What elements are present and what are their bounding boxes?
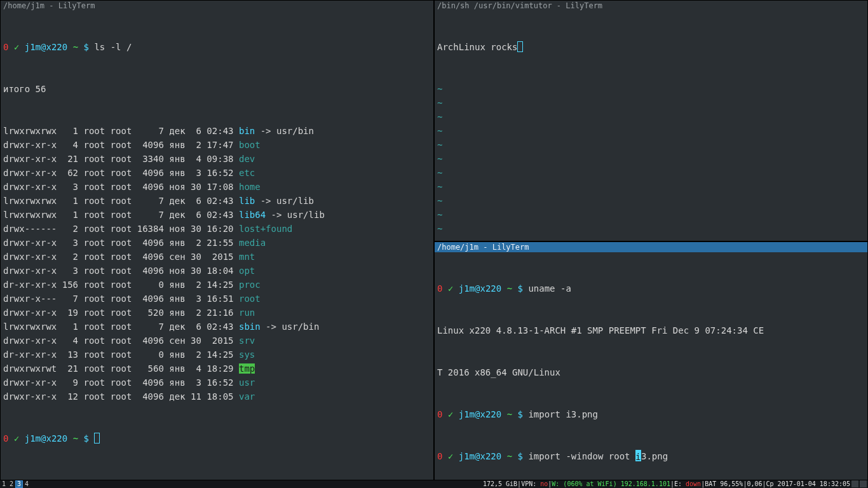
ls-row: drwxr-xr-x 3 root root 4096 ноя 30 17:08…: [3, 180, 431, 194]
terminal-top-right-body[interactable]: ArchLinux rocks ~~~~~~~~~~~~~~~: [435, 11, 867, 241]
titlebar-bottom-right: /home/j1m - LilyTerm: [435, 242, 867, 252]
vim-tilde-line: ~: [437, 180, 865, 194]
user-host: j1m@x220: [459, 409, 501, 419]
vim-tilde-line: ~: [437, 236, 865, 241]
ls-row: drwxr-xr-x 3 root root 4096 ноя 30 18:04…: [3, 264, 431, 278]
file-name: opt: [239, 266, 255, 276]
status-battery: BAT 96,55%: [705, 480, 743, 488]
check-icon: ✓: [14, 433, 19, 444]
file-name: root: [239, 294, 261, 304]
ls-row: drwxr-xr-x 62 root root 4096 янв 3 16:52…: [3, 166, 431, 180]
file-name: var: [239, 391, 255, 402]
vim-tilde-line: ~: [437, 166, 865, 180]
vim-tilde-line: ~: [437, 194, 865, 208]
cursor-icon: [517, 41, 523, 52]
command-text: import i3.png: [528, 409, 598, 419]
check-icon: ✓: [14, 42, 19, 52]
command-text: import -window root: [528, 451, 635, 461]
vim-text: ArchLinux rocks: [437, 42, 517, 52]
vim-tilde-line: ~: [437, 110, 865, 124]
file-name: run: [239, 308, 255, 318]
ls-row: lrwxrwxrwx 1 root root 7 дек 6 02:43 sbi…: [3, 320, 431, 334]
file-name: lib64: [239, 210, 266, 220]
terminal-top-right[interactable]: /bin/sh /usr/bin/vimtutor - LilyTerm Arc…: [434, 0, 868, 241]
ls-row: lrwxrwxrwx 1 root root 7 дек 6 02:43 bin…: [3, 124, 431, 138]
workspace-button-2[interactable]: 2: [8, 480, 15, 488]
uname-output-1: Linux x220 4.8.13-1-ARCH #1 SMP PREEMPT …: [437, 323, 865, 337]
file-name: mnt: [239, 252, 255, 262]
prompt-line-br1: 0 ✓ j1m@x220 ~ $ uname -a: [437, 281, 865, 295]
user-host: j1m@x220: [459, 451, 501, 461]
exit-code: 0: [3, 42, 8, 52]
symlink-target: -> usr/bin: [255, 126, 314, 136]
terminal-bottom-right-body[interactable]: 0 ✓ j1m@x220 ~ $ uname -a Linux x220 4.8…: [435, 252, 867, 480]
workspace-button-4[interactable]: 4: [23, 480, 31, 488]
command-text: ls -l /: [94, 42, 132, 52]
exit-code: 0: [437, 283, 442, 294]
i3-screen: /home/j1m - LilyTerm 0 ✓ j1m@x220 ~ $ ls…: [0, 0, 868, 480]
symlink-target: -> usr/bin: [261, 322, 320, 332]
file-name: tmp: [239, 363, 255, 374]
prompt-line-2: 0 ✓ j1m@x220 ~ $: [3, 431, 431, 445]
status-vpn-value: no: [540, 480, 548, 488]
tray-icon[interactable]: [860, 480, 867, 487]
prompt-symbol: $: [84, 433, 89, 444]
terminal-bottom-right[interactable]: /home/j1m - LilyTerm 0 ✓ j1m@x220 ~ $ un…: [434, 241, 868, 480]
ls-row: drwxr-xr-x 4 root root 4096 сен 30 2015 …: [3, 334, 431, 348]
user-host: j1m@x220: [25, 42, 67, 52]
cwd: ~: [507, 451, 512, 461]
cwd: ~: [73, 42, 78, 52]
status-eth-value: down: [686, 480, 701, 488]
status-load: 0,06: [747, 480, 762, 488]
prompt-symbol: $: [84, 42, 89, 52]
terminal-left[interactable]: /home/j1m - LilyTerm 0 ✓ j1m@x220 ~ $ ls…: [0, 0, 434, 480]
status-eth-label: E:: [674, 480, 686, 488]
file-name: media: [239, 238, 266, 248]
vim-tilde-line: ~: [437, 124, 865, 138]
cwd: ~: [73, 433, 78, 444]
file-name: lost+found: [239, 224, 292, 234]
ls-row: drwxr-xr-x 9 root root 4096 янв 3 16:52 …: [3, 376, 431, 390]
exit-code: 0: [437, 409, 442, 419]
vim-tilde-line: ~: [437, 208, 865, 222]
workspace-button-1[interactable]: 1: [0, 480, 8, 488]
user-host: j1m@x220: [459, 283, 501, 294]
prompt-symbol: $: [518, 451, 523, 461]
prompt-line-br2: 0 ✓ j1m@x220 ~ $ import i3.png: [437, 407, 865, 421]
vim-tilde-line: ~: [437, 222, 865, 236]
ls-row: lrwxrwxrwx 1 root root 7 дек 6 02:43 lib…: [3, 194, 431, 208]
ls-row: drwx------ 2 root root 16384 ноя 30 16:2…: [3, 222, 431, 236]
status-wifi: W: (060% at WiFi) 192.168.1.101: [552, 480, 670, 488]
cursor-icon: i: [635, 450, 641, 461]
status-datetime: Ср 2017-01-04 18:32:05: [766, 480, 850, 488]
file-name: sys: [239, 349, 255, 360]
status-vpn-label: VPN:: [521, 480, 540, 488]
file-name: sbin: [239, 322, 261, 332]
file-name: usr: [239, 377, 255, 388]
vim-tilde-line: ~: [437, 96, 865, 110]
i3-status-bar: 1234 172,5 GiB|VPN: no|W: (060% at WiFi)…: [0, 480, 868, 488]
user-host: j1m@x220: [25, 433, 67, 444]
tray-icon[interactable]: [851, 480, 858, 487]
vim-tilde-line: ~: [437, 138, 865, 152]
file-name: boot: [239, 140, 261, 150]
titlebar-top-right: /bin/sh /usr/bin/vimtutor - LilyTerm: [435, 1, 867, 11]
workspace-list: 1234: [0, 480, 31, 488]
command-text: uname -a: [528, 283, 571, 294]
prompt-line-br3: 0 ✓ j1m@x220 ~ $ import -window root i3.…: [437, 449, 865, 463]
file-name: srv: [239, 336, 255, 346]
status-right: 172,5 GiB|VPN: no|W: (060% at WiFi) 192.…: [483, 480, 868, 488]
ls-row: drwxrwxrwt 21 root root 560 янв 4 18:29 …: [3, 362, 431, 376]
cwd: ~: [507, 283, 512, 294]
status-disk: 172,5 GiB: [483, 480, 517, 488]
file-name: dev: [239, 154, 255, 164]
terminal-left-body[interactable]: 0 ✓ j1m@x220 ~ $ ls -l / итого 56 lrwxrw…: [1, 11, 433, 480]
ls-row: dr-xr-xr-x 156 root root 0 янв 2 14:25 p…: [3, 278, 431, 292]
exit-code: 0: [3, 433, 8, 444]
symlink-target: -> usr/lib: [255, 196, 314, 206]
ls-row: drwxr-xr-x 3 root root 4096 янв 2 21:55 …: [3, 236, 431, 250]
file-name: proc: [239, 280, 261, 290]
ls-row: drwxr-xr-x 4 root root 4096 янв 2 17:47 …: [3, 138, 431, 152]
ls-row: dr-xr-xr-x 13 root root 0 янв 2 14:25 sy…: [3, 348, 431, 362]
workspace-button-3[interactable]: 3: [15, 480, 23, 488]
